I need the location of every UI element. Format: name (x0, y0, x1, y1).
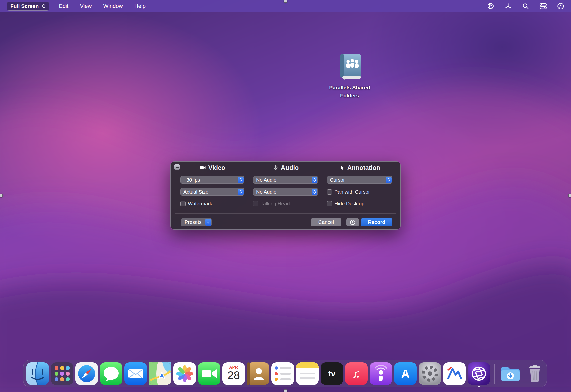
fan-icon[interactable] (504, 2, 512, 10)
launchpad-grid (55, 366, 70, 381)
running-indicator-dot (478, 386, 480, 387)
region-handle-left[interactable] (0, 194, 3, 197)
menu-edit[interactable]: Edit (59, 3, 68, 9)
dock-screenflow-icon[interactable] (468, 362, 490, 385)
dock-podcasts-icon[interactable] (370, 362, 392, 385)
appstore-glyph: A (401, 367, 409, 380)
dock-system-preferences-icon[interactable] (419, 362, 441, 385)
dock-downloads-folder-icon[interactable] (499, 362, 522, 385)
shared-folders-book-icon (337, 53, 363, 81)
cursor-icon (339, 165, 345, 171)
audio-input1-value: No Audio (256, 177, 276, 183)
menu-window[interactable]: Window (103, 3, 123, 9)
region-handle-bottom[interactable] (284, 389, 287, 392)
record-panel: Video Audio Annotation - 30 fps (170, 161, 401, 230)
column-divider (250, 174, 250, 211)
aperture-icon (468, 362, 490, 385)
desktop-icon-parallels-shared-folders[interactable]: Parallels Shared Folders (325, 53, 375, 99)
dock-maps-icon[interactable] (149, 362, 171, 385)
dock-safari-icon[interactable] (75, 362, 98, 385)
dock-trash-icon[interactable] (524, 362, 546, 385)
chevron-down-icon (205, 219, 211, 226)
pan-with-cursor-checkbox-row: Pan with Cursor (327, 188, 370, 196)
fps-value: - 30 fps (183, 177, 200, 183)
size-dropdown[interactable]: Actual Size (180, 188, 244, 196)
dock-contacts-icon[interactable] (247, 362, 269, 385)
region-handle-right[interactable] (568, 194, 571, 197)
dock: APR 28 tv (23, 360, 547, 387)
chevron-updown-icon (312, 177, 317, 183)
timer-button[interactable] (346, 218, 359, 226)
size-value: Actual Size (183, 189, 208, 195)
menu-bar-status-area (487, 2, 564, 10)
hide-desktop-checkbox[interactable] (327, 201, 332, 206)
microphone-icon (273, 164, 279, 171)
talking-head-checkbox[interactable] (253, 201, 258, 206)
audio-section-title: Audio (281, 164, 299, 171)
dock-apple-tv-icon[interactable]: tv (321, 362, 343, 385)
chevron-updown-icon (312, 189, 317, 195)
menu-items: Edit View Window Help (59, 3, 146, 9)
dock-notes-icon[interactable] (296, 362, 319, 385)
dock-photos-icon[interactable] (173, 362, 196, 385)
annotation-cursor-dropdown[interactable]: Cursor (327, 176, 392, 184)
notes-line (300, 377, 315, 379)
dock-calendar-icon[interactable]: APR 28 (222, 362, 245, 385)
presets-dropdown-button[interactable]: Presets (181, 218, 212, 226)
notes-line (300, 373, 315, 374)
gear-icon (419, 362, 441, 385)
watermark-checkbox[interactable] (180, 201, 186, 206)
desktop-icon-label: Parallels Shared Folders (325, 84, 375, 99)
menu-view[interactable]: View (80, 3, 92, 9)
cancel-button[interactable]: Cancel (311, 218, 341, 226)
dock-messages-icon[interactable] (100, 362, 122, 385)
hide-desktop-label: Hide Desktop (334, 201, 364, 207)
chevron-updown-icon (42, 4, 46, 9)
column-divider (324, 174, 324, 211)
dock-music-icon[interactable]: ♫ (345, 362, 368, 385)
notes-header-band (296, 362, 319, 368)
dock-launchpad-icon[interactable] (51, 362, 73, 385)
annotation-section-title: Annotation (347, 164, 380, 171)
chevron-updown-icon (238, 177, 244, 183)
talking-head-label: Talking Head (261, 201, 290, 207)
calendar-day: 28 (227, 369, 240, 382)
footer-divider (175, 213, 396, 214)
audio-input2-dropdown[interactable]: No Audio (253, 188, 318, 196)
dock-finder-icon[interactable] (26, 362, 49, 385)
user-menu-icon[interactable] (557, 2, 564, 10)
talking-head-checkbox-row: Talking Head (253, 200, 290, 207)
record-button[interactable]: Record (361, 218, 392, 226)
video-section-header: Video (180, 164, 244, 172)
minus-icon (176, 167, 179, 168)
audio-section-header: Audio (253, 164, 318, 172)
dock-mail-icon[interactable] (124, 362, 147, 385)
video-section-title: Video (208, 164, 225, 171)
reminders-rows (275, 366, 291, 381)
appletv-glyph: tv (328, 369, 335, 378)
full-screen-menu-button[interactable]: Full Screen (7, 2, 49, 11)
spotlight-search-icon[interactable] (522, 2, 529, 10)
shutter-icon[interactable] (487, 2, 494, 10)
audio-input1-dropdown[interactable]: No Audio (253, 176, 318, 184)
chevron-updown-icon (386, 177, 392, 183)
pan-with-cursor-label: Pan with Cursor (334, 189, 370, 195)
dock-facetime-icon[interactable] (198, 362, 220, 385)
music-note-glyph: ♫ (352, 367, 361, 381)
audio-input2-value: No Audio (256, 189, 276, 195)
pan-with-cursor-checkbox[interactable] (327, 189, 332, 195)
dock-app-store-icon[interactable]: A (394, 362, 417, 385)
dock-parallels-desktop-icon[interactable] (443, 362, 466, 385)
annotation-section-header: Annotation (327, 164, 392, 172)
clock-icon (350, 219, 356, 225)
panel-minus-button[interactable] (174, 164, 180, 170)
menu-help[interactable]: Help (134, 3, 146, 9)
chevron-updown-icon (238, 189, 244, 195)
control-center-icon[interactable] (539, 2, 547, 10)
desktop: Full Screen Edit View Window Help (0, 0, 571, 392)
dock-reminders-icon[interactable] (271, 362, 294, 385)
presets-label: Presets (185, 219, 202, 225)
fps-dropdown[interactable]: - 30 fps (180, 176, 244, 184)
full-screen-label: Full Screen (10, 3, 39, 9)
watermark-checkbox-row: Watermark (180, 200, 212, 207)
